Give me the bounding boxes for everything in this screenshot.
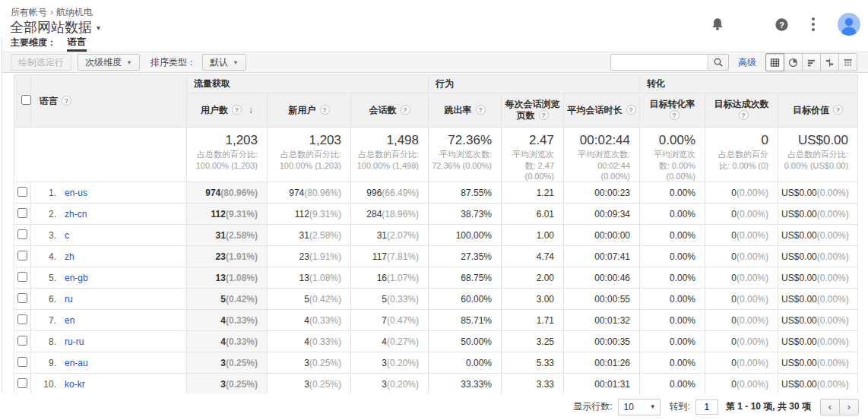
language-link[interactable]: ru xyxy=(65,294,73,305)
row-checkbox[interactable] xyxy=(17,272,27,282)
column-header-goal-value[interactable]: 目标价值? xyxy=(778,93,858,128)
help-icon[interactable]: ? xyxy=(833,105,843,115)
breadcrumb-account[interactable]: 所有帐号 xyxy=(11,7,47,17)
language-link[interactable]: en-au xyxy=(65,358,88,368)
row-index: 10. xyxy=(31,379,56,390)
column-header-sessions[interactable]: 会话数? xyxy=(351,93,429,128)
language-cell: 8.ru-ru xyxy=(31,331,187,352)
secondary-dimension-button[interactable]: 次级维度 ▼ xyxy=(78,54,140,71)
row-checkbox[interactable] xyxy=(17,357,27,367)
goal-conversion-rate-cell: 0.00% xyxy=(640,246,705,267)
language-link[interactable]: zh xyxy=(65,251,74,262)
language-link[interactable]: ru-ru xyxy=(65,336,84,347)
notifications-bell-icon[interactable] xyxy=(710,17,725,32)
view-table-button[interactable] xyxy=(765,53,784,71)
search-input[interactable] xyxy=(610,54,708,71)
row-checkbox[interactable] xyxy=(17,336,27,346)
help-icon[interactable]: ? xyxy=(476,105,486,115)
sessions-cell: 4(0.27%) xyxy=(351,331,429,352)
language-link[interactable]: ko-kr xyxy=(65,379,85,390)
help-icon[interactable]: ? xyxy=(232,105,242,115)
view-pivot-button[interactable] xyxy=(838,53,857,71)
bounce-rate-cell: 68.75% xyxy=(429,267,502,289)
rows-per-page-value: 10 xyxy=(624,402,634,412)
plot-rows-button[interactable]: 绘制选定行 xyxy=(11,54,71,71)
help-circle-icon[interactable]: ? xyxy=(774,17,789,32)
search-button[interactable] xyxy=(708,54,729,71)
users-cell: 4(0.33%) xyxy=(187,331,268,352)
breadcrumb-property[interactable]: 航纳机电 xyxy=(56,7,93,17)
view-percentage-button[interactable] xyxy=(784,53,803,71)
column-header-goal-completions[interactable]: 目标达成次数? xyxy=(705,93,778,128)
column-header-users[interactable]: 用户数?↓ xyxy=(187,93,268,128)
report-toolbar: 绘制选定行 次级维度 ▼ 排序类型： 默认 ▼ 高级 xyxy=(2,52,868,73)
prev-page-button[interactable]: ‹ xyxy=(820,399,840,415)
table-row: 7.en 4(0.33%) 4(0.33%) 7(0.47%) 85.71% 1… xyxy=(14,310,858,331)
user-avatar[interactable] xyxy=(838,13,860,36)
language-link[interactable]: en xyxy=(65,315,74,326)
table-row: 3.c 31(2.58%) 31(2.58%) 31(2.07%) 100.00… xyxy=(14,225,858,246)
new-users-cell: 23(1.91%) xyxy=(268,246,351,267)
next-page-button[interactable]: › xyxy=(839,399,859,415)
advanced-search-link[interactable]: 高级 xyxy=(738,56,756,69)
row-checkbox-cell xyxy=(14,289,31,310)
help-icon[interactable]: ? xyxy=(626,105,636,115)
column-header-bounce-rate[interactable]: 跳出率? xyxy=(429,93,502,128)
language-link[interactable]: zh-cn xyxy=(65,209,87,219)
row-index: 7. xyxy=(31,315,56,326)
help-icon[interactable]: ? xyxy=(320,105,330,115)
svg-text:?: ? xyxy=(778,20,784,29)
row-checkbox[interactable] xyxy=(17,208,27,218)
select-all-checkbox[interactable] xyxy=(21,95,31,105)
pages-per-session-cell: 1.00 xyxy=(502,225,564,246)
row-checkbox-cell xyxy=(14,352,31,374)
goal-value-cell: US$0.00(0.00%) xyxy=(778,225,858,246)
row-index: 5. xyxy=(31,273,56,283)
row-checkbox[interactable] xyxy=(17,314,27,324)
language-link[interactable]: c xyxy=(65,230,69,241)
row-checkbox[interactable] xyxy=(17,293,27,303)
help-icon[interactable]: ? xyxy=(539,110,549,120)
column-header-goal-conversion-rate[interactable]: 目标转化率? xyxy=(640,93,705,128)
select-all-cell xyxy=(14,75,31,128)
goto-page-input[interactable] xyxy=(695,399,718,415)
summary-row: 1,203占总数的百分比: 100.00% (1,203) 1,203占总数的百… xyxy=(14,128,858,182)
summary-empty-cell xyxy=(14,128,187,182)
rows-per-page-select[interactable]: 10 ▼ xyxy=(618,399,661,415)
help-icon[interactable]: ? xyxy=(739,110,749,120)
language-link[interactable]: en-us xyxy=(65,188,87,198)
apps-grid-icon[interactable] xyxy=(742,17,757,32)
avg-session-duration-cell: 00:00:00 xyxy=(564,225,640,246)
more-options-icon[interactable] xyxy=(806,17,821,32)
help-icon[interactable]: ? xyxy=(62,96,71,106)
language-link[interactable]: en-gb xyxy=(65,273,88,283)
pages-per-session-cell: 6.01 xyxy=(502,204,564,225)
column-header-pages-per-session[interactable]: 每次会话浏览页数? xyxy=(502,93,564,128)
language-cell: 6.ru xyxy=(31,289,187,310)
row-checkbox[interactable] xyxy=(17,378,27,388)
help-icon[interactable]: ? xyxy=(670,110,680,120)
users-cell: 974(80.96%) xyxy=(187,182,268,204)
help-icon[interactable]: ? xyxy=(401,105,410,115)
row-checkbox[interactable] xyxy=(17,251,27,261)
view-selector[interactable]: 全部网站数据 ▾ xyxy=(10,18,100,36)
dimension-tab-language[interactable]: 语言 xyxy=(67,36,87,52)
pivot-icon xyxy=(843,58,853,68)
summary-sessions: 1,498占总数的百分比: 100.00% (1,498) xyxy=(351,128,429,182)
new-users-cell: 4(0.33%) xyxy=(268,310,351,331)
pie-chart-icon xyxy=(788,58,798,68)
column-header-language[interactable]: 语言? xyxy=(31,75,187,128)
row-checkbox-cell xyxy=(14,310,31,331)
new-users-cell: 112(9.31%) xyxy=(268,204,351,225)
row-checkbox[interactable] xyxy=(17,187,27,197)
sort-type-select[interactable]: 默认 ▼ xyxy=(202,54,246,71)
view-performance-button[interactable] xyxy=(802,53,821,71)
table-body: 1.en-us 974(80.96%) 974(80.96%) 996(66.4… xyxy=(14,182,858,395)
row-checkbox[interactable] xyxy=(17,229,27,239)
table-row: 1.en-us 974(80.96%) 974(80.96%) 996(66.4… xyxy=(14,182,858,204)
column-header-avg-session-duration[interactable]: 平均会话时长? xyxy=(564,93,640,128)
users-cell: 31(2.58%) xyxy=(187,225,268,246)
column-header-new-users[interactable]: 新用户? xyxy=(268,93,351,128)
language-cell: 5.en-gb xyxy=(31,267,187,289)
view-comparison-button[interactable] xyxy=(820,53,839,71)
